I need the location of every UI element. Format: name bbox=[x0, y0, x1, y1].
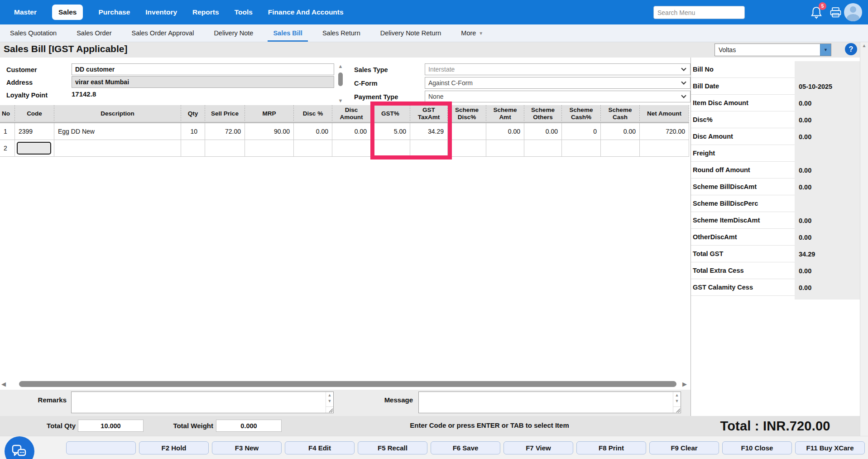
row1-gst-taxamt[interactable]: 34.29 bbox=[410, 123, 448, 140]
row1-scheme-amt[interactable]: 0.00 bbox=[486, 123, 524, 140]
col-header-scheme-cash-pct[interactable]: Scheme Cash% bbox=[562, 105, 601, 123]
col-header-disc-pct[interactable]: Disc % bbox=[294, 105, 332, 123]
form-vertical-scrollbar[interactable]: ▲ ▼ bbox=[336, 63, 345, 103]
help-icon[interactable]: ? bbox=[845, 43, 857, 55]
company-combo[interactable]: Voltas ▼ bbox=[715, 43, 831, 56]
row1-code[interactable]: 2399 bbox=[15, 123, 54, 140]
tab-sales-order[interactable]: Sales Order bbox=[75, 24, 113, 42]
tab-delivery-note-return[interactable]: Delivery Note Return bbox=[379, 24, 443, 42]
scroll-up-icon[interactable]: ▲ bbox=[860, 43, 868, 48]
item-code-input[interactable] bbox=[17, 142, 51, 155]
col-header-no[interactable]: No bbox=[0, 105, 15, 123]
col-header-scheme-others[interactable]: Scheme Others bbox=[524, 105, 562, 123]
scroll-down-icon[interactable]: ▼ bbox=[336, 98, 345, 103]
f5-recall-button[interactable]: F5 Recall bbox=[358, 441, 427, 454]
scroll-thumb[interactable] bbox=[338, 72, 343, 86]
cform-select[interactable]: Against C-Form bbox=[425, 77, 691, 89]
row1-scheme-cash[interactable]: 0.00 bbox=[601, 123, 640, 140]
row2-sell-price[interactable] bbox=[205, 140, 245, 157]
f9-clear-button[interactable]: F9 Clear bbox=[649, 441, 719, 454]
row2-mrp[interactable] bbox=[245, 140, 294, 157]
page-vertical-scrollbar[interactable]: ▲ bbox=[860, 42, 868, 459]
row1-scheme-disc[interactable] bbox=[448, 123, 486, 140]
scroll-down-icon[interactable]: ▼ bbox=[326, 399, 333, 403]
tab-sales-return[interactable]: Sales Return bbox=[321, 24, 362, 42]
col-header-gst-pct[interactable]: GST% bbox=[371, 105, 410, 123]
row1-net-amount[interactable]: 720.00 bbox=[640, 123, 689, 140]
menu-finance-and-accounts[interactable]: Finance And Accounts bbox=[268, 8, 344, 16]
menu-reports[interactable]: Reports bbox=[192, 8, 219, 16]
sales-type-select[interactable]: Interstate bbox=[425, 63, 691, 75]
row2-scheme-disc[interactable] bbox=[448, 140, 486, 157]
col-header-scheme-disc[interactable]: Scheme Disc% bbox=[448, 105, 486, 123]
f3-new-button[interactable]: F3 New bbox=[212, 441, 282, 454]
search-input[interactable] bbox=[653, 6, 745, 19]
row1-scheme-others[interactable]: 0.00 bbox=[524, 123, 562, 140]
customer-input[interactable] bbox=[72, 63, 334, 75]
col-header-sell-price[interactable]: Sell Price bbox=[205, 105, 245, 123]
menu-inventory[interactable]: Inventory bbox=[145, 8, 177, 16]
user-avatar-icon[interactable] bbox=[844, 3, 862, 21]
col-header-disc-amount[interactable]: Disc Amount bbox=[332, 105, 371, 123]
combo-dropdown-button[interactable]: ▼ bbox=[820, 44, 831, 56]
f7-view-button[interactable]: F7 View bbox=[504, 441, 573, 454]
f4-edit-button[interactable]: F4 Edit bbox=[285, 441, 355, 454]
col-header-scheme-amt[interactable]: Scheme Amt bbox=[486, 105, 524, 123]
tab-sales-order-approval[interactable]: Sales Order Approval bbox=[130, 24, 196, 42]
row1-qty[interactable]: 10 bbox=[181, 123, 205, 140]
row2-qty[interactable] bbox=[181, 140, 205, 157]
f11-buy-xcare-button[interactable]: F11 Buy XCare bbox=[795, 441, 865, 454]
scroll-up-icon[interactable]: ▲ bbox=[326, 393, 333, 397]
col-header-mrp[interactable]: MRP bbox=[245, 105, 294, 123]
tab-sales-bill[interactable]: Sales Bill bbox=[271, 24, 304, 42]
address-input[interactable] bbox=[72, 76, 334, 88]
row1-gst-pct[interactable]: 5.00 bbox=[371, 123, 410, 140]
resize-handle-icon[interactable] bbox=[673, 406, 681, 413]
scroll-up-icon[interactable]: ▲ bbox=[673, 393, 681, 397]
row2-scheme-others[interactable] bbox=[524, 140, 562, 157]
row1-scheme-cash-pct[interactable]: 0 bbox=[562, 123, 601, 140]
scroll-down-icon[interactable]: ▼ bbox=[673, 399, 681, 403]
row2-gst-taxamt[interactable] bbox=[410, 140, 448, 157]
resize-handle-icon[interactable] bbox=[326, 406, 333, 413]
row2-gst-pct[interactable] bbox=[371, 140, 410, 157]
tab-sales-quotation[interactable]: Sales Quotation bbox=[8, 24, 58, 42]
row1-description[interactable]: Egg DD New bbox=[54, 123, 181, 140]
printer-icon[interactable] bbox=[830, 7, 841, 18]
col-header-scheme-cash[interactable]: Scheme Cash bbox=[601, 105, 640, 123]
col-header-gst-taxamt[interactable]: GST TaxAmt bbox=[410, 105, 448, 123]
f10-close-button[interactable]: F10 Close bbox=[722, 441, 792, 454]
horizontal-scrollbar[interactable]: ◀ ▶ bbox=[0, 380, 691, 389]
total-weight-input[interactable] bbox=[216, 420, 282, 432]
row2-disc-pct[interactable] bbox=[294, 140, 332, 157]
row2-scheme-amt[interactable] bbox=[486, 140, 524, 157]
col-header-description[interactable]: Description bbox=[54, 105, 181, 123]
row2-scheme-cash-pct[interactable] bbox=[562, 140, 601, 157]
tab-delivery-note[interactable]: Delivery Note bbox=[212, 24, 255, 42]
row1-disc-pct[interactable]: 0.00 bbox=[294, 123, 332, 140]
row2-scheme-cash[interactable] bbox=[601, 140, 640, 157]
scroll-right-icon[interactable]: ▶ bbox=[682, 381, 687, 387]
f6-save-button[interactable]: F6 Save bbox=[431, 441, 500, 454]
col-header-qty[interactable]: Qty bbox=[181, 105, 205, 123]
scroll-up-icon[interactable]: ▲ bbox=[336, 63, 345, 69]
row2-disc-amount[interactable] bbox=[332, 140, 371, 157]
f2-hold-button[interactable]: F2 Hold bbox=[139, 441, 209, 454]
menu-tools[interactable]: Tools bbox=[235, 8, 253, 16]
total-qty-input[interactable] bbox=[78, 420, 144, 432]
menu-sales[interactable]: Sales bbox=[52, 5, 83, 20]
scroll-left-icon[interactable]: ◀ bbox=[1, 381, 6, 387]
remarks-textarea[interactable]: ▲ ▼ bbox=[71, 391, 334, 413]
row1-mrp[interactable]: 90.00 bbox=[245, 123, 294, 140]
row2-description[interactable] bbox=[54, 140, 181, 157]
col-header-net-amount[interactable]: Net Amount bbox=[640, 105, 689, 123]
f1-button[interactable] bbox=[66, 441, 136, 454]
payment-type-select[interactable]: None bbox=[425, 91, 691, 102]
menu-master[interactable]: Master bbox=[14, 8, 37, 16]
row2-net-amount[interactable] bbox=[640, 140, 689, 157]
f8-print-button[interactable]: F8 Print bbox=[576, 441, 646, 454]
row1-sell-price[interactable]: 72.00 bbox=[205, 123, 245, 140]
menu-purchase[interactable]: Purchase bbox=[98, 8, 130, 16]
hscroll-thumb[interactable] bbox=[19, 381, 676, 387]
message-textarea[interactable]: ▲ ▼ bbox=[418, 391, 681, 413]
